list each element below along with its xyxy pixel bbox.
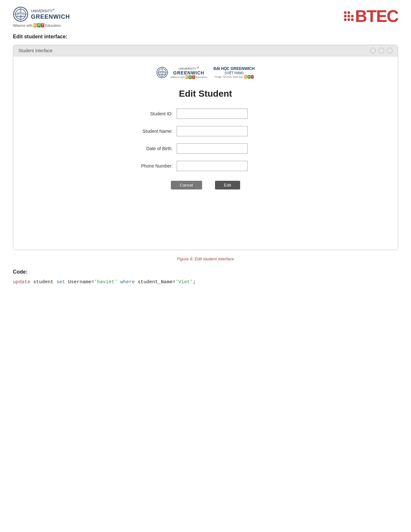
greenwich-logo: UNIVERSITY of GREENWICH UNIVERSITYof GRE… [13, 6, 70, 22]
phone-number-label: Phone Number: [125, 163, 177, 169]
keyword-where: where [120, 279, 135, 285]
inner-header-logos: UNIVERSITY of GREENWICH UNIVERSITY of GR… [156, 66, 255, 79]
keyword-update: update [13, 279, 30, 285]
inner-fpt2-logo: FPT [244, 75, 254, 79]
phone-number-input[interactable] [177, 161, 248, 171]
student-name-label: Student Name: [125, 129, 177, 134]
svg-text:UNIVERSITY: UNIVERSITY [17, 12, 24, 14]
date-of-birth-label: Date of Birth: [125, 146, 177, 151]
student-id-label: Student ID: [125, 111, 177, 116]
date-of-birth-input[interactable] [177, 143, 248, 154]
window-close-button[interactable] [387, 48, 393, 53]
inner-logo-text: UNIVERSITY of GREENWICH Alliance with FP… [171, 66, 207, 79]
inner-alliance-line: Alliance with FPT Education [171, 75, 207, 79]
svg-text:of: of [20, 14, 21, 15]
page-header: UNIVERSITY of GREENWICH UNIVERSITYof GRE… [13, 6, 398, 27]
svg-text:UNIVERSITY: UNIVERSITY [159, 71, 165, 73]
code-block: update student set Username='haviet' whe… [13, 278, 398, 286]
phone-number-row: Phone Number: [125, 161, 286, 171]
student-id-input[interactable] [177, 109, 248, 119]
btec-dots-icon [344, 11, 354, 21]
student-name-row: Student Name: [125, 126, 286, 136]
cancel-button[interactable]: Cancel [171, 181, 202, 189]
inner-university-label: UNIVERSITY of [171, 66, 207, 70]
header-left: UNIVERSITY of GREENWICH UNIVERSITYof GRE… [13, 6, 70, 27]
code-string-1: 'haviet' [94, 279, 117, 285]
code-plain-3 [117, 279, 120, 285]
edit-student-form: Student ID: Student Name: Date of Birth:… [125, 109, 286, 189]
edit-button[interactable]: Edit [215, 181, 240, 189]
inner-thuoc-line: Thuộc Tổ chức Giáo dục: FPT [213, 75, 255, 79]
svg-text:GREENWICH: GREENWICH [16, 16, 25, 17]
code-plain-1: student [30, 279, 56, 285]
code-string-2: 'Viet' [175, 279, 193, 285]
svg-text:GREENWICH: GREENWICH [159, 74, 166, 75]
window-titlebar: Student interface [13, 45, 398, 56]
fpt-logo: FPT [34, 23, 44, 27]
window-controls [370, 48, 393, 53]
inner-fpt-logo: FPT [186, 75, 195, 79]
date-of-birth-row: Date of Birth: [125, 143, 286, 154]
university-label: UNIVERSITYof [31, 8, 70, 14]
edit-student-title: Edit Student [179, 89, 232, 99]
form-buttons: Cancel Edit [125, 181, 286, 189]
student-id-row: Student ID: [125, 109, 286, 119]
code-section: Code: update student set Username='havie… [13, 269, 398, 286]
figure-caption: Figure 6: Edit student interface [13, 256, 398, 261]
inner-viet-nam: (VIỆT NAM) [213, 71, 255, 75]
alliance-text: Alliance with FPT Education [13, 23, 70, 27]
window-maximize-button[interactable] [378, 48, 384, 53]
inner-greenwich-logo: UNIVERSITY of GREENWICH UNIVERSITY of GR… [156, 66, 207, 79]
code-plain-2: Username= [65, 279, 94, 285]
window-title: Student interface [18, 48, 53, 53]
window-content: UNIVERSITY of GREENWICH UNIVERSITY of GR… [13, 56, 398, 250]
window-minimize-button[interactable] [370, 48, 376, 53]
greenwich-name: GREENWICH [31, 14, 70, 21]
code-plain-4: student_Name= [135, 279, 175, 285]
inner-greenwich-name: GREENWICH [171, 70, 207, 75]
inner-dai-hoc: ĐẠI HỌC GREENWICH [213, 66, 255, 71]
inner-greenwich-logo-icon: UNIVERSITY of GREENWICH [156, 67, 168, 78]
greenwich-text-block: UNIVERSITYof GREENWICH [31, 8, 70, 20]
greenwich-logo-icon: UNIVERSITY of GREENWICH [13, 6, 28, 22]
code-label: Code: [13, 269, 398, 275]
section-title: Edit student interface: [13, 34, 398, 40]
inner-right-text: ĐẠI HỌC GREENWICH (VIỆT NAM) Thuộc Tổ ch… [213, 66, 255, 79]
svg-text:of: of [162, 72, 162, 73]
student-interface-window: Student interface UNIVERSITY of GREENWIC [13, 45, 398, 250]
keyword-set: set [56, 279, 65, 285]
btec-logo: BTEC [344, 6, 398, 26]
student-name-input[interactable] [177, 126, 248, 136]
code-semicolon: ; [193, 279, 196, 285]
